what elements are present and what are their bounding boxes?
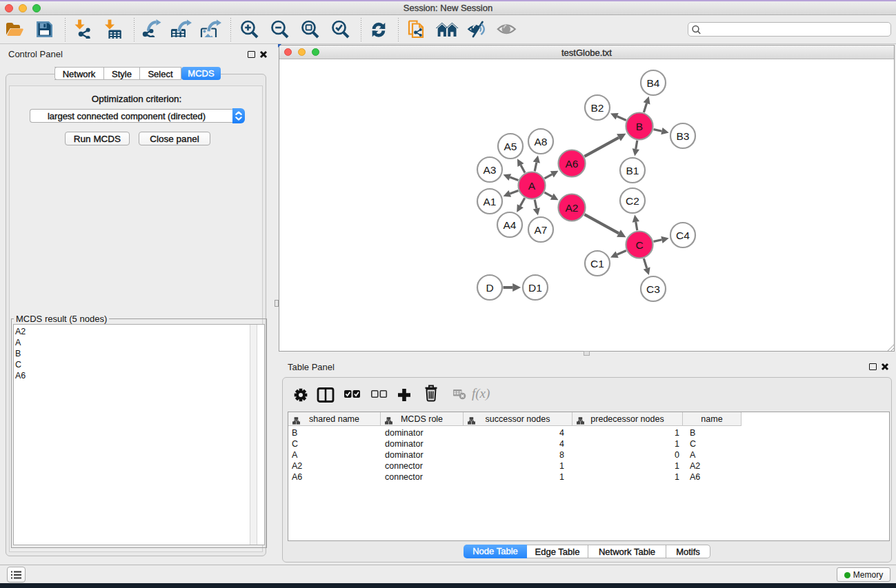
svg-text:D1: D1 xyxy=(528,282,542,294)
svg-text:A5: A5 xyxy=(504,141,517,152)
svg-text:C4: C4 xyxy=(676,230,690,241)
svg-text:B4: B4 xyxy=(647,77,660,89)
svg-text:C3: C3 xyxy=(646,283,660,295)
svg-text:A4: A4 xyxy=(504,219,517,231)
svg-text:A: A xyxy=(528,180,536,192)
svg-text:B2: B2 xyxy=(591,102,604,114)
svg-text:A1: A1 xyxy=(484,196,497,207)
svg-text:C2: C2 xyxy=(626,195,639,207)
svg-text:C1: C1 xyxy=(590,258,604,270)
svg-text:C: C xyxy=(635,239,643,251)
svg-text:A6: A6 xyxy=(566,158,579,170)
svg-text:A2: A2 xyxy=(566,202,579,214)
svg-text:A8: A8 xyxy=(535,136,548,148)
svg-text:B: B xyxy=(636,121,643,132)
svg-text:D: D xyxy=(486,282,493,294)
svg-text:A3: A3 xyxy=(484,164,497,176)
svg-text:B3: B3 xyxy=(677,130,690,142)
svg-text:B1: B1 xyxy=(626,165,639,176)
svg-text:A7: A7 xyxy=(535,224,548,236)
